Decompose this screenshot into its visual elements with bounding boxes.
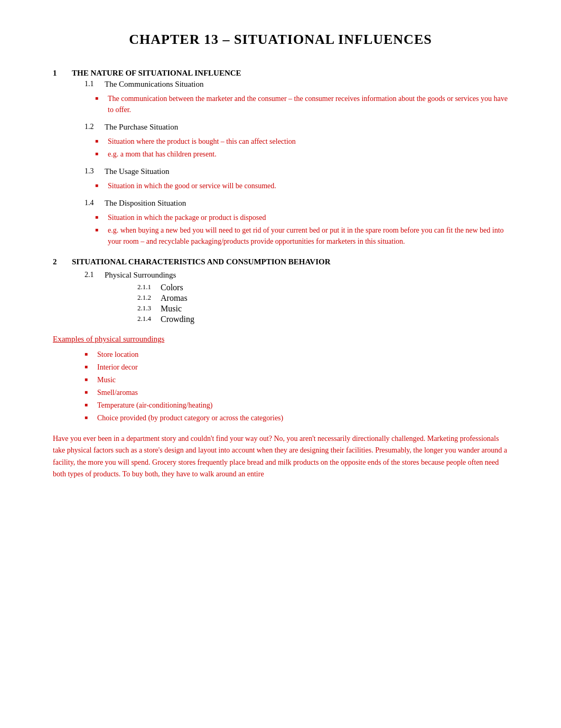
subsection-1-2-header: 1.2 The Purchase Situation xyxy=(85,123,508,134)
example-bullet-item: ■ Temperature (air-conditioning/heating) xyxy=(85,400,508,411)
subsection-2-1-header: 2.1 Physical Surroundings xyxy=(85,271,508,282)
subsection-1-4: 1.4 The Disposition Situation ■ Situatio… xyxy=(85,199,508,247)
paragraph-text: Have you ever been in a department story… xyxy=(53,433,508,481)
example-bullet-text: Music xyxy=(97,374,116,385)
subsection-1-2-bullets: ■ Situation where the product is bought … xyxy=(95,136,508,160)
sub3-row: 2.1.1 Colors xyxy=(137,283,508,292)
subsection-1-4-num: 1.4 xyxy=(85,199,100,210)
bullet-text: e.g. a mom that has children present. xyxy=(108,149,217,160)
bullet-text: e.g. when buying a new bed you will need… xyxy=(108,225,508,247)
bullet-icon: ■ xyxy=(95,212,102,220)
bullet-icon: ■ xyxy=(95,180,102,188)
sub3-label: Crowding xyxy=(161,315,194,324)
subsection-2-1-num: 2.1 xyxy=(85,271,100,282)
bullet-icon: ■ xyxy=(85,374,92,382)
sub3-label: Aromas xyxy=(161,293,188,303)
bullet-icon: ■ xyxy=(85,387,92,395)
example-bullet-text: Smell/aromas xyxy=(97,387,138,398)
section2-block: 2 SITUATIONAL CHARACTERISTICS AND CONSUM… xyxy=(53,257,508,324)
subsection-1-4-title: The Disposition Situation xyxy=(105,199,186,208)
examples-heading: Examples of physical surroundings xyxy=(53,335,508,344)
sub3-list: 2.1.1 Colors 2.1.2 Aromas 2.1.3 Music 2.… xyxy=(137,283,508,324)
bullet-icon: ■ xyxy=(85,362,92,370)
section1-label: THE NATURE OF SITUATIONAL INFLUENCE xyxy=(72,69,241,78)
example-bullet-item: ■ Music xyxy=(85,374,508,385)
example-bullet-item: ■ Store location xyxy=(85,349,508,360)
sub3-num: 2.1.2 xyxy=(137,293,153,303)
subsection-1-1-header: 1.1 The Communications Situation xyxy=(85,80,508,91)
bullet-icon: ■ xyxy=(85,412,92,420)
bullet-text: Situation in which the package or produc… xyxy=(108,212,266,223)
sub3-row: 2.1.3 Music xyxy=(137,304,508,314)
bullet-item: ■ e.g. a mom that has children present. xyxy=(95,149,508,160)
bullet-icon: ■ xyxy=(95,93,102,101)
bullet-text: Situation where the product is bought – … xyxy=(108,136,296,147)
section1-num: 1 xyxy=(53,69,63,78)
bullet-text: Situation in which the good or service w… xyxy=(108,180,276,191)
bullet-item: ■ Situation where the product is bought … xyxy=(95,136,508,147)
section2-label: SITUATIONAL CHARACTERISTICS AND CONSUMPT… xyxy=(72,257,331,266)
subsection-1-1: 1.1 The Communications Situation ■ The c… xyxy=(85,80,508,115)
subsection-2-1-title: Physical Surroundings xyxy=(105,271,176,280)
bullet-item: ■ Situation in which the package or prod… xyxy=(95,212,508,223)
bullet-icon: ■ xyxy=(95,225,102,233)
bullet-item: ■ The communication between the marketer… xyxy=(95,93,508,115)
bullet-item: ■ Situation in which the good or service… xyxy=(95,180,508,191)
subsection-1-1-num: 1.1 xyxy=(85,80,100,91)
subsection-1-3-header: 1.3 The Usage Situation xyxy=(85,167,508,178)
bullet-icon: ■ xyxy=(95,136,102,144)
sub3-row: 2.1.4 Crowding xyxy=(137,315,508,324)
section1-heading: 1 THE NATURE OF SITUATIONAL INFLUENCE xyxy=(53,69,508,78)
example-bullet-text: Store location xyxy=(97,349,138,360)
section1-block: 1 THE NATURE OF SITUATIONAL INFLUENCE 1.… xyxy=(53,69,508,247)
subsection-1-3-title: The Usage Situation xyxy=(105,167,169,176)
section2-heading: 2 SITUATIONAL CHARACTERISTICS AND CONSUM… xyxy=(53,257,508,266)
section2-num: 2 xyxy=(53,257,63,266)
subsection-1-1-title: The Communications Situation xyxy=(105,80,204,89)
bullet-icon: ■ xyxy=(85,400,92,408)
example-bullet-item: ■ Smell/aromas xyxy=(85,387,508,398)
bullet-icon: ■ xyxy=(85,349,92,357)
subsection-1-3: 1.3 The Usage Situation ■ Situation in w… xyxy=(85,167,508,191)
subsection-1-2-num: 1.2 xyxy=(85,123,100,134)
subsection-2-1: 2.1 Physical Surroundings 2.1.1 Colors 2… xyxy=(85,271,508,324)
subsection-1-4-bullets: ■ Situation in which the package or prod… xyxy=(95,212,508,247)
subsection-1-2-title: The Purchase Situation xyxy=(105,123,178,132)
page-title: CHAPTER 13 – SITUATIONAL INFLUENCES xyxy=(53,32,508,48)
sub3-row: 2.1.2 Aromas xyxy=(137,293,508,303)
subsection-1-1-bullets: ■ The communication between the marketer… xyxy=(95,93,508,115)
bullet-text: The communication between the marketer a… xyxy=(108,93,508,115)
subsection-1-3-num: 1.3 xyxy=(85,167,100,178)
bullet-item: ■ e.g. when buying a new bed you will ne… xyxy=(95,225,508,247)
example-bullet-item: ■ Choice provided (by product category o… xyxy=(85,412,508,423)
example-bullet-text: Interior decor xyxy=(97,362,138,373)
example-bullet-text: Choice provided (by product category or … xyxy=(97,412,283,423)
sub3-label: Music xyxy=(161,304,182,314)
subsection-1-4-header: 1.4 The Disposition Situation xyxy=(85,199,508,210)
example-bullet-item: ■ Interior decor xyxy=(85,362,508,373)
example-bullet-text: Temperature (air-conditioning/heating) xyxy=(97,400,212,411)
sub3-num: 2.1.1 xyxy=(137,283,153,292)
bullet-icon: ■ xyxy=(95,149,102,156)
main-paragraph: Have you ever been in a department story… xyxy=(53,433,508,481)
sub3-label: Colors xyxy=(161,283,183,292)
subsection-1-2: 1.2 The Purchase Situation ■ Situation w… xyxy=(85,123,508,160)
subsection-1-3-bullets: ■ Situation in which the good or service… xyxy=(95,180,508,191)
sub3-num: 2.1.4 xyxy=(137,315,153,324)
examples-list: ■ Store location ■ Interior decor ■ Musi… xyxy=(85,349,508,423)
sub3-num: 2.1.3 xyxy=(137,304,153,314)
